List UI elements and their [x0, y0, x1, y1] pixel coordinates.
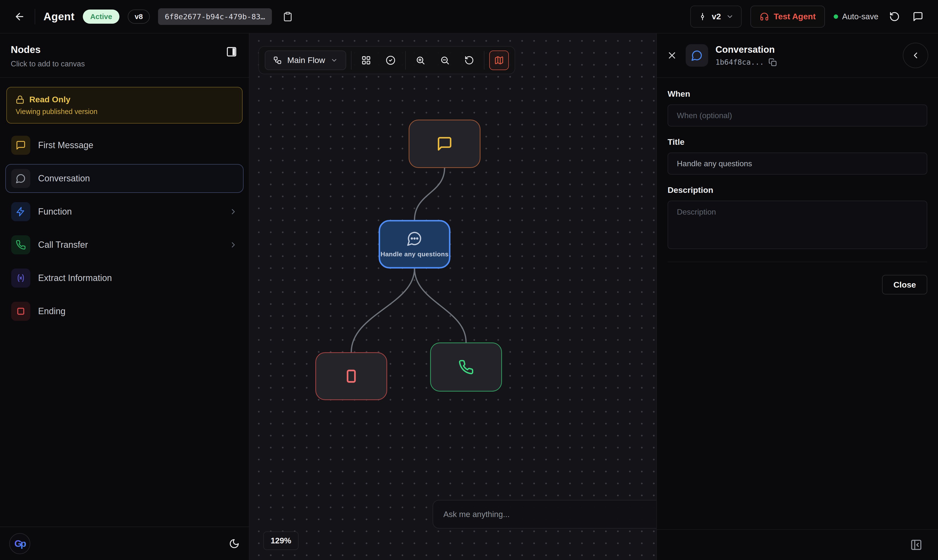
autosave-status-dot	[834, 14, 838, 19]
ask-anything-input[interactable]	[443, 510, 656, 519]
dark-mode-toggle[interactable]	[229, 538, 240, 549]
chevron-down-icon	[330, 57, 338, 64]
zoom-out-icon	[440, 55, 450, 65]
topbar-divider	[35, 9, 35, 25]
panel-body: When Title Description Close	[657, 78, 938, 294]
readonly-subtitle: Viewing published version	[15, 108, 233, 116]
minimap-toggle-button[interactable]	[489, 51, 509, 70]
chat-ellipsis-icon	[406, 231, 423, 246]
status-badge: Active	[83, 9, 119, 24]
phone-icon	[458, 359, 474, 375]
panel-title: Conversation	[716, 45, 777, 55]
sidebar-item-function[interactable]: Function	[5, 197, 244, 226]
first-message-tile	[11, 136, 30, 155]
collapse-panel-button[interactable]	[910, 539, 923, 551]
node-type-list: First Message Conversation Function	[0, 131, 249, 326]
topbar: Agent Active v8 6f8e2677-b94c-479b-83… v…	[0, 0, 938, 34]
autosave-label: Auto-save	[842, 12, 878, 21]
node-conversation[interactable]: Handle any questions	[379, 220, 450, 269]
panel-titles: Conversation 1b64f8ca...	[716, 45, 777, 66]
test-agent-label: Test Agent	[774, 12, 816, 21]
sidebar-title: Nodes	[11, 44, 238, 55]
sidebar-item-label: Function	[38, 206, 72, 217]
copy-node-id-button[interactable]	[768, 58, 777, 66]
sidebar-item-extract-information[interactable]: Extract Information	[5, 264, 244, 292]
main-layout: Nodes Click to add to canvas Read Only V…	[0, 34, 938, 560]
map-icon	[494, 55, 504, 65]
close-icon	[666, 50, 677, 61]
node-detail-panel: Conversation 1b64f8ca... When	[656, 34, 938, 560]
arrow-left-icon	[14, 11, 25, 22]
message-square-icon	[15, 140, 26, 150]
title-input[interactable]	[668, 152, 927, 175]
git-commit-icon	[698, 12, 707, 21]
ending-tile	[11, 302, 30, 321]
topbar-right: v2 Test Agent Auto-save	[690, 6, 925, 28]
panel-collapse-button[interactable]	[903, 43, 928, 68]
chevron-down-icon	[726, 13, 734, 20]
sidebar-item-first-message[interactable]: First Message	[5, 131, 244, 160]
auto-layout-button[interactable]	[356, 51, 376, 70]
sidebar-item-conversation[interactable]: Conversation	[5, 164, 244, 193]
toolbar-separator	[405, 51, 406, 69]
sidebar-footer: Gp	[0, 526, 249, 560]
sidebar-item-label: Ending	[38, 306, 65, 316]
rounded-square-icon	[15, 306, 26, 316]
agent-id-chip[interactable]: 6f8e2677-b94c-479b-83…	[158, 8, 272, 25]
chat-bubble-icon	[15, 173, 26, 183]
sidebar-toggle-button[interactable]	[226, 46, 237, 57]
zoom-out-button[interactable]	[435, 51, 455, 70]
description-textarea[interactable]	[668, 201, 927, 249]
node-label: Handle any questions	[381, 251, 449, 258]
phone-icon	[15, 240, 26, 250]
toolbar-separator	[484, 51, 484, 69]
version-select-label: v2	[712, 12, 721, 21]
panel-right-icon	[226, 46, 237, 57]
sidebar-item-ending[interactable]: Ending	[5, 297, 244, 326]
readonly-title: Read Only	[29, 95, 70, 104]
sidebar-item-label: First Message	[38, 140, 93, 150]
when-input[interactable]	[668, 105, 927, 126]
feedback-button[interactable]	[911, 9, 925, 24]
chat-bubble-icon	[913, 11, 923, 22]
copy-agent-id-button[interactable]	[282, 11, 293, 22]
flow-select[interactable]: Main Flow	[265, 51, 346, 70]
canvas-toolbar: Main Flow	[258, 46, 515, 74]
sidebar-item-call-transfer[interactable]: Call Transfer	[5, 231, 244, 259]
version-select[interactable]: v2	[690, 6, 742, 28]
message-square-icon	[437, 136, 453, 152]
headphones-icon	[760, 12, 769, 21]
sidebar-item-label: Extract Information	[38, 273, 112, 283]
panel-close-x-button[interactable]	[666, 50, 677, 61]
validate-flow-button[interactable]	[381, 51, 400, 70]
panel-left-close-icon	[910, 539, 923, 551]
readonly-banner-head: Read Only	[15, 95, 233, 104]
extract-information-tile	[11, 269, 30, 288]
moon-icon	[229, 538, 240, 549]
call-transfer-tile	[11, 235, 30, 254]
sidebar-header: Nodes Click to add to canvas	[0, 34, 249, 78]
node-ending[interactable]	[315, 352, 387, 400]
close-button[interactable]: Close	[882, 275, 927, 294]
zoom-in-button[interactable]	[410, 51, 430, 70]
back-button[interactable]	[13, 10, 26, 23]
node-first-message[interactable]	[409, 120, 480, 168]
conversation-node-tile	[686, 44, 708, 67]
node-id: 1b64f8ca...	[716, 58, 764, 66]
history-button[interactable]	[887, 9, 902, 24]
reset-view-button[interactable]	[460, 51, 479, 70]
workflow-icon	[273, 56, 282, 65]
zoom-level-badge[interactable]: 129%	[263, 531, 298, 550]
readonly-banner: Read Only Viewing published version	[6, 87, 242, 123]
chevron-right-icon	[229, 240, 238, 249]
test-agent-button[interactable]: Test Agent	[750, 6, 825, 28]
flow-select-label: Main Flow	[287, 55, 325, 65]
app-logo[interactable]: Gp	[9, 533, 30, 554]
sidebar-item-label: Conversation	[38, 173, 90, 183]
description-label: Description	[668, 185, 927, 195]
node-call-transfer[interactable]	[430, 343, 502, 392]
toolbar-separator	[351, 51, 352, 69]
panel-divider	[668, 262, 927, 262]
when-label: When	[668, 89, 927, 98]
flow-canvas[interactable]: Main Flow	[249, 34, 656, 560]
